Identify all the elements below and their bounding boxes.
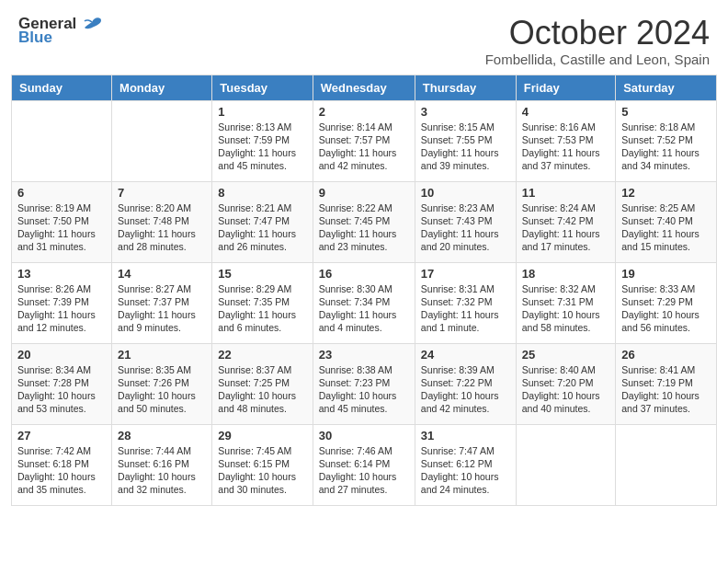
table-row: 31Sunrise: 7:47 AMSunset: 6:12 PMDayligh… [415, 424, 516, 505]
day-number: 20 [17, 348, 106, 362]
table-row: 3Sunrise: 8:15 AMSunset: 7:55 PMDaylight… [415, 100, 516, 181]
col-tuesday: Tuesday [212, 75, 313, 100]
table-row: 27Sunrise: 7:42 AMSunset: 6:18 PMDayligh… [12, 424, 112, 505]
table-row: 11Sunrise: 8:24 AMSunset: 7:42 PMDayligh… [516, 181, 615, 262]
day-number: 21 [118, 348, 206, 362]
day-info: Sunrise: 7:47 AMSunset: 6:12 PMDaylight:… [421, 444, 510, 497]
day-number: 1 [218, 105, 306, 119]
day-info: Sunrise: 8:23 AMSunset: 7:43 PMDaylight:… [421, 201, 510, 254]
title-section: October 2024 Fombellida, Castille and Le… [485, 15, 710, 67]
day-info: Sunrise: 8:32 AMSunset: 7:31 PMDaylight:… [522, 282, 609, 335]
table-row [616, 424, 717, 505]
day-info: Sunrise: 8:26 AMSunset: 7:39 PMDaylight:… [17, 282, 106, 335]
day-info: Sunrise: 8:22 AMSunset: 7:45 PMDaylight:… [319, 201, 409, 254]
day-info: Sunrise: 8:38 AMSunset: 7:23 PMDaylight:… [319, 363, 409, 416]
day-number: 15 [218, 267, 306, 281]
day-info: Sunrise: 8:39 AMSunset: 7:22 PMDaylight:… [421, 363, 510, 416]
day-info: Sunrise: 7:42 AMSunset: 6:18 PMDaylight:… [17, 444, 106, 497]
table-row: 9Sunrise: 8:22 AMSunset: 7:45 PMDaylight… [313, 181, 415, 262]
table-row: 17Sunrise: 8:31 AMSunset: 7:32 PMDayligh… [415, 262, 516, 343]
day-info: Sunrise: 8:16 AMSunset: 7:53 PMDaylight:… [522, 121, 609, 173]
table-row: 25Sunrise: 8:40 AMSunset: 7:20 PMDayligh… [516, 343, 615, 424]
day-number: 2 [319, 105, 409, 119]
day-number: 4 [522, 105, 609, 119]
table-row: 13Sunrise: 8:26 AMSunset: 7:39 PMDayligh… [12, 262, 112, 343]
table-row: 15Sunrise: 8:29 AMSunset: 7:35 PMDayligh… [212, 262, 313, 343]
day-number: 30 [319, 429, 409, 442]
table-row: 30Sunrise: 7:46 AMSunset: 6:14 PMDayligh… [313, 424, 415, 505]
day-info: Sunrise: 8:33 AMSunset: 7:29 PMDaylight:… [621, 282, 711, 335]
day-info: Sunrise: 8:27 AMSunset: 7:37 PMDaylight:… [118, 282, 206, 335]
table-row: 23Sunrise: 8:38 AMSunset: 7:23 PMDayligh… [313, 343, 415, 424]
day-info: Sunrise: 8:41 AMSunset: 7:19 PMDaylight:… [621, 363, 711, 416]
col-saturday: Saturday [616, 75, 717, 100]
day-info: Sunrise: 8:30 AMSunset: 7:34 PMDaylight:… [319, 282, 409, 335]
day-info: Sunrise: 8:34 AMSunset: 7:28 PMDaylight:… [17, 363, 106, 416]
day-number: 27 [17, 429, 106, 442]
day-info: Sunrise: 8:31 AMSunset: 7:32 PMDaylight:… [421, 282, 510, 335]
day-info: Sunrise: 7:44 AMSunset: 6:16 PMDaylight:… [118, 444, 206, 497]
day-number: 29 [218, 429, 306, 442]
day-info: Sunrise: 8:18 AMSunset: 7:52 PMDaylight:… [621, 121, 711, 173]
day-info: Sunrise: 8:21 AMSunset: 7:47 PMDaylight:… [218, 201, 306, 254]
logo: General Blue [18, 15, 103, 45]
day-number: 19 [621, 267, 711, 281]
day-number: 28 [118, 429, 206, 442]
col-wednesday: Wednesday [313, 75, 415, 100]
table-row: 1Sunrise: 8:13 AMSunset: 7:59 PMDaylight… [212, 100, 313, 181]
day-number: 22 [218, 348, 306, 362]
calendar-header: Sunday Monday Tuesday Wednesday Thursday… [12, 75, 717, 100]
table-row: 28Sunrise: 7:44 AMSunset: 6:16 PMDayligh… [112, 424, 212, 505]
header: General Blue October 2024 Fombellida, Ca… [0, 0, 728, 75]
table-row [516, 424, 615, 505]
day-number: 9 [319, 186, 409, 200]
day-info: Sunrise: 8:37 AMSunset: 7:25 PMDaylight:… [218, 363, 306, 416]
day-info: Sunrise: 8:20 AMSunset: 7:48 PMDaylight:… [118, 201, 206, 254]
day-info: Sunrise: 8:25 AMSunset: 7:40 PMDaylight:… [621, 201, 711, 254]
table-row [12, 100, 112, 181]
day-number: 12 [621, 186, 711, 200]
day-number: 14 [118, 267, 206, 281]
table-row: 8Sunrise: 8:21 AMSunset: 7:47 PMDaylight… [212, 181, 313, 262]
day-info: Sunrise: 8:35 AMSunset: 7:26 PMDaylight:… [118, 363, 206, 416]
table-row: 4Sunrise: 8:16 AMSunset: 7:53 PMDaylight… [516, 100, 615, 181]
day-info: Sunrise: 8:29 AMSunset: 7:35 PMDaylight:… [218, 282, 306, 335]
table-row: 19Sunrise: 8:33 AMSunset: 7:29 PMDayligh… [616, 262, 717, 343]
day-number: 25 [522, 348, 609, 362]
day-number: 3 [421, 105, 510, 119]
day-number: 23 [319, 348, 409, 362]
table-row: 20Sunrise: 8:34 AMSunset: 7:28 PMDayligh… [12, 343, 112, 424]
logo-blue-text: Blue [18, 29, 103, 45]
day-number: 18 [522, 267, 609, 281]
day-info: Sunrise: 8:13 AMSunset: 7:59 PMDaylight:… [218, 121, 306, 173]
table-row: 6Sunrise: 8:19 AMSunset: 7:50 PMDaylight… [12, 181, 112, 262]
day-number: 31 [421, 429, 510, 442]
table-row [112, 100, 212, 181]
col-friday: Friday [516, 75, 615, 100]
table-row: 16Sunrise: 8:30 AMSunset: 7:34 PMDayligh… [313, 262, 415, 343]
day-number: 13 [17, 267, 106, 281]
calendar-table: Sunday Monday Tuesday Wednesday Thursday… [11, 75, 717, 506]
col-thursday: Thursday [415, 75, 516, 100]
table-row: 10Sunrise: 8:23 AMSunset: 7:43 PMDayligh… [415, 181, 516, 262]
day-info: Sunrise: 7:45 AMSunset: 6:15 PMDaylight:… [218, 444, 306, 497]
table-row: 5Sunrise: 8:18 AMSunset: 7:52 PMDaylight… [616, 100, 717, 181]
day-info: Sunrise: 8:15 AMSunset: 7:55 PMDaylight:… [421, 121, 510, 173]
day-info: Sunrise: 7:46 AMSunset: 6:14 PMDaylight:… [319, 444, 409, 497]
day-number: 5 [621, 105, 711, 119]
table-row: 18Sunrise: 8:32 AMSunset: 7:31 PMDayligh… [516, 262, 615, 343]
day-number: 8 [218, 186, 306, 200]
day-number: 7 [118, 186, 206, 200]
table-row: 2Sunrise: 8:14 AMSunset: 7:57 PMDaylight… [313, 100, 415, 181]
table-row: 7Sunrise: 8:20 AMSunset: 7:48 PMDaylight… [112, 181, 212, 262]
table-row: 24Sunrise: 8:39 AMSunset: 7:22 PMDayligh… [415, 343, 516, 424]
col-sunday: Sunday [12, 75, 112, 100]
day-info: Sunrise: 8:24 AMSunset: 7:42 PMDaylight:… [522, 201, 609, 254]
calendar-wrapper: Sunday Monday Tuesday Wednesday Thursday… [0, 75, 728, 517]
table-row: 26Sunrise: 8:41 AMSunset: 7:19 PMDayligh… [616, 343, 717, 424]
day-info: Sunrise: 8:14 AMSunset: 7:57 PMDaylight:… [319, 121, 409, 173]
col-monday: Monday [112, 75, 212, 100]
table-row: 22Sunrise: 8:37 AMSunset: 7:25 PMDayligh… [212, 343, 313, 424]
day-info: Sunrise: 8:19 AMSunset: 7:50 PMDaylight:… [17, 201, 106, 254]
day-number: 24 [421, 348, 510, 362]
